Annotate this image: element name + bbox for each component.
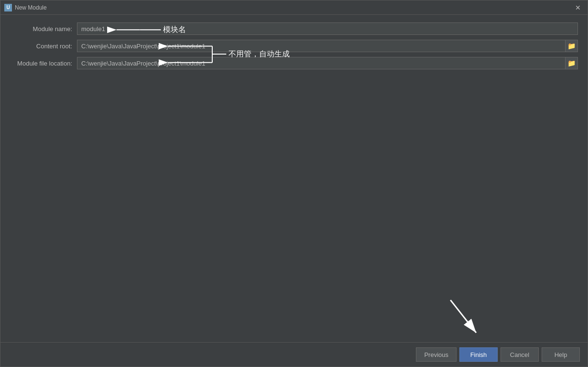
content-root-row: Content root: 📁 bbox=[10, 40, 578, 52]
close-button[interactable]: ✕ bbox=[572, 3, 584, 12]
content-root-input-wrapper: 📁 bbox=[77, 40, 578, 52]
module-file-location-label: Module file location: bbox=[10, 60, 77, 67]
folder-icon-2: 📁 bbox=[567, 59, 576, 67]
content-root-input[interactable] bbox=[77, 40, 566, 52]
svg-line-14 bbox=[450, 300, 476, 333]
help-button[interactable]: Help bbox=[542, 347, 580, 362]
content-root-label: Content root: bbox=[10, 43, 77, 50]
module-file-location-row: Module file location: 📁 bbox=[10, 57, 578, 69]
title-bar-text: New Module bbox=[15, 4, 572, 11]
folder-icon: 📁 bbox=[567, 42, 576, 50]
module-name-input-wrapper bbox=[77, 22, 578, 35]
dialog-window: U New Module ✕ Module name: Content root… bbox=[0, 0, 588, 367]
module-name-label: Module name: bbox=[10, 25, 77, 33]
module-name-row: Module name: bbox=[10, 22, 578, 35]
footer: Previous Finish Cancel Help bbox=[0, 342, 588, 367]
previous-button[interactable]: Previous bbox=[416, 347, 457, 362]
finish-button[interactable]: Finish bbox=[459, 347, 498, 362]
module-file-browse-button[interactable]: 📁 bbox=[566, 57, 578, 69]
cancel-button[interactable]: Cancel bbox=[501, 347, 539, 362]
module-name-input[interactable] bbox=[77, 22, 578, 35]
title-bar: U New Module ✕ bbox=[0, 0, 588, 15]
module-file-location-input[interactable] bbox=[77, 57, 566, 69]
form-content: Module name: Content root: 📁 Module file… bbox=[0, 15, 588, 342]
app-icon: U bbox=[4, 4, 12, 11]
module-file-location-input-wrapper: 📁 bbox=[77, 57, 578, 69]
content-root-browse-button[interactable]: 📁 bbox=[566, 40, 578, 52]
